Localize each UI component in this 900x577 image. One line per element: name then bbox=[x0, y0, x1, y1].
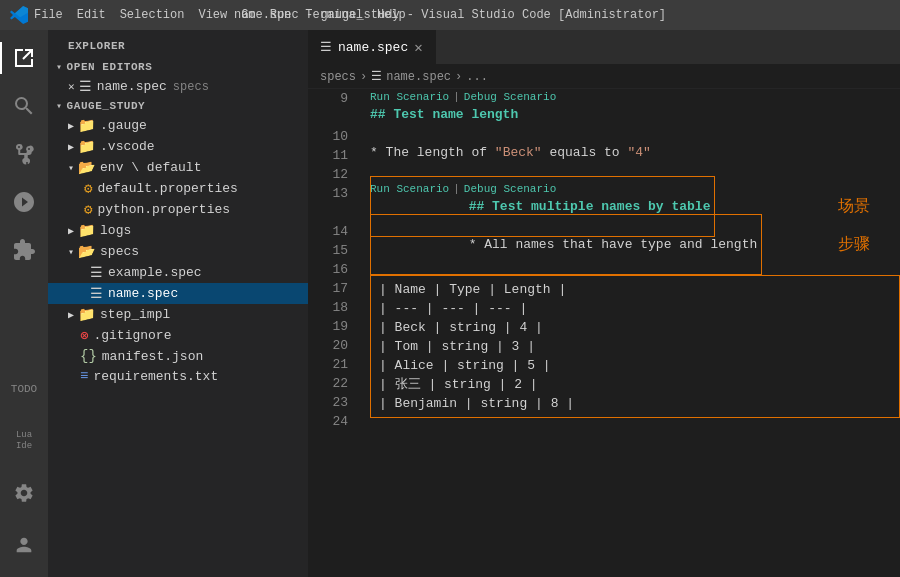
json-file-icon: {} bbox=[80, 348, 97, 364]
sidebar-item-python-properties[interactable]: ⚙ python.properties bbox=[48, 199, 308, 220]
tab-label: name.spec bbox=[338, 40, 408, 55]
python-properties-label: python.properties bbox=[97, 202, 230, 217]
activity-account-icon[interactable] bbox=[0, 521, 48, 569]
gauge-study-section[interactable]: ▾ GAUGE_STUDY bbox=[48, 97, 308, 115]
main-layout: TODO LuaIde EXPLORER ▾ OPEN EDITORS ✕ ☰ … bbox=[0, 30, 900, 577]
heading-2-text: Test multiple names by table bbox=[492, 199, 710, 214]
sidebar: EXPLORER ▾ OPEN EDITORS ✕ ☰ name.spec sp… bbox=[48, 30, 308, 577]
sidebar-header: EXPLORER bbox=[48, 30, 308, 58]
txt-file-icon: ≡ bbox=[80, 368, 88, 384]
heading-2-hash: ## bbox=[469, 199, 492, 214]
env-folder-label: env \ default bbox=[100, 160, 201, 175]
menu-file[interactable]: File bbox=[34, 8, 63, 22]
breadcrumb-ellipsis[interactable]: ... bbox=[466, 70, 488, 84]
menu-view[interactable]: View bbox=[198, 8, 227, 22]
step-string-1: "Beck" bbox=[495, 143, 542, 162]
sidebar-item-step-impl[interactable]: ▶ 📁 step_impl bbox=[48, 304, 308, 325]
close-icon[interactable]: ✕ bbox=[68, 80, 75, 93]
git-file-icon: ⊗ bbox=[80, 327, 88, 344]
menu-edit[interactable]: Edit bbox=[77, 8, 106, 22]
activity-explorer-icon[interactable] bbox=[0, 34, 48, 82]
code-line-18: | --- | --- | --- | bbox=[379, 299, 891, 318]
line-num-16: 16 bbox=[308, 260, 348, 279]
table-row-17: | Name | Type | Length | bbox=[379, 280, 566, 299]
code-line-19: | Beck | string | 4 | bbox=[379, 318, 891, 337]
activity-bar: TODO LuaIde bbox=[0, 30, 48, 577]
breadcrumb-filename[interactable]: name.spec bbox=[386, 70, 451, 84]
gitignore-label: .gitignore bbox=[93, 328, 171, 343]
breadcrumb-sep2: › bbox=[455, 70, 462, 84]
code-line-9: ## Test name length bbox=[370, 105, 900, 124]
name-spec-icon: ☰ bbox=[90, 285, 103, 302]
activity-bar-bottom: TODO LuaIde bbox=[0, 365, 48, 577]
activity-source-control-icon[interactable] bbox=[0, 130, 48, 178]
table-row-23: | Benjamin | string | 8 | bbox=[379, 394, 574, 413]
code-line-21: | Alice | string | 5 | bbox=[379, 356, 891, 375]
sidebar-item-env[interactable]: ▾ 📂 env \ default bbox=[48, 157, 308, 178]
gear-file-icon2: ⚙ bbox=[84, 201, 92, 218]
gear-file-icon: ⚙ bbox=[84, 180, 92, 197]
menu-selection[interactable]: Selection bbox=[120, 8, 185, 22]
code-line-23: | Benjamin | string | 8 | bbox=[379, 394, 891, 413]
line-num-21: 21 bbox=[308, 355, 348, 374]
step-star-1: * The length of bbox=[370, 143, 495, 162]
activity-todo-icon[interactable]: TODO bbox=[0, 365, 48, 413]
step-mid-1: equals to bbox=[542, 143, 628, 162]
gauge-folder-label: .gauge bbox=[100, 118, 147, 133]
step-string-2: "4" bbox=[627, 143, 650, 162]
activity-search-icon[interactable] bbox=[0, 82, 48, 130]
default-properties-label: default.properties bbox=[97, 181, 237, 196]
heading-1-hash: ## bbox=[370, 105, 393, 124]
breadcrumb-sep1: › bbox=[360, 70, 367, 84]
requirements-label: requirements.txt bbox=[93, 369, 218, 384]
sidebar-item-gitignore[interactable]: ⊗ .gitignore bbox=[48, 325, 308, 346]
sidebar-item-logs[interactable]: ▶ 📁 logs bbox=[48, 220, 308, 241]
line-num-15: 15 bbox=[308, 241, 348, 260]
step-impl-label: step_impl bbox=[100, 307, 170, 322]
code-line-24 bbox=[370, 418, 900, 437]
step-impl-folder-icon: 📁 bbox=[78, 306, 95, 323]
line-num-12: 12 bbox=[308, 165, 348, 184]
code-line-11: * The length of "Beck" equals to "4" bbox=[370, 143, 900, 162]
breadcrumb-specs[interactable]: specs bbox=[320, 70, 356, 84]
open-editors-section[interactable]: ▾ OPEN EDITORS bbox=[48, 58, 308, 76]
code-editor: 9 9 10 11 12 13 13 14 15 16 17 18 19 20 … bbox=[308, 89, 900, 577]
sidebar-item-specs[interactable]: ▾ 📂 specs bbox=[48, 241, 308, 262]
table-box: 表格 | Name | Type | Length | | --- | --- … bbox=[370, 275, 900, 418]
activity-settings-icon[interactable] bbox=[0, 469, 48, 517]
line-num-22: 22 bbox=[308, 374, 348, 393]
tab-close-icon[interactable]: ✕ bbox=[414, 39, 422, 56]
activity-run-debug-icon[interactable] bbox=[0, 178, 48, 226]
table-row-22: | 张三 | string | 2 | bbox=[379, 375, 538, 394]
logs-folder-icon: 📁 bbox=[78, 222, 95, 239]
gauge-study-label: GAUGE_STUDY bbox=[67, 100, 146, 112]
sidebar-item-vscode[interactable]: ▶ 📁 .vscode bbox=[48, 136, 308, 157]
heading-1-text: Test name length bbox=[393, 105, 518, 124]
env-folder-icon: 📂 bbox=[78, 159, 95, 176]
activity-lua-icon[interactable]: LuaIde bbox=[0, 417, 48, 465]
tab-bar: ☰ name.spec ✕ bbox=[308, 30, 900, 65]
tab-name-spec[interactable]: ☰ name.spec ✕ bbox=[308, 30, 436, 64]
example-spec-label: example.spec bbox=[108, 265, 202, 280]
specs-folder-label: specs bbox=[100, 244, 139, 259]
specs-chevron-icon: ▾ bbox=[68, 246, 74, 258]
sidebar-item-name-spec[interactable]: ☰ name.spec bbox=[48, 283, 308, 304]
open-editor-filename: name.spec bbox=[97, 79, 167, 94]
activity-extensions-icon[interactable] bbox=[0, 226, 48, 274]
name-spec-label: name.spec bbox=[108, 286, 178, 301]
sidebar-item-default-properties[interactable]: ⚙ default.properties bbox=[48, 178, 308, 199]
sidebar-item-example-spec[interactable]: ☰ example.spec bbox=[48, 262, 308, 283]
editor-area: ☰ name.spec ✕ specs › ☰ name.spec › ... … bbox=[308, 30, 900, 577]
step-2-box: * All names that have type and length bbox=[370, 214, 762, 275]
title-text: name.spec - gauge_study - Visual Studio … bbox=[234, 8, 666, 22]
open-editors-chevron-icon: ▾ bbox=[56, 61, 63, 73]
folder-icon: 📁 bbox=[78, 117, 95, 134]
code-line-15: * All names that have type and length 步骤 bbox=[370, 235, 900, 254]
sidebar-item-gauge[interactable]: ▶ 📁 .gauge bbox=[48, 115, 308, 136]
sidebar-item-requirements[interactable]: ≡ requirements.txt bbox=[48, 366, 308, 386]
env-chevron-icon: ▾ bbox=[68, 162, 74, 174]
table-row-21: | Alice | string | 5 | bbox=[379, 356, 551, 375]
code-content[interactable]: Run Scenario | Debug Scenario ## Test na… bbox=[358, 89, 900, 577]
open-editor-item[interactable]: ✕ ☰ name.spec specs bbox=[48, 76, 308, 97]
sidebar-item-manifest[interactable]: {} manifest.json bbox=[48, 346, 308, 366]
